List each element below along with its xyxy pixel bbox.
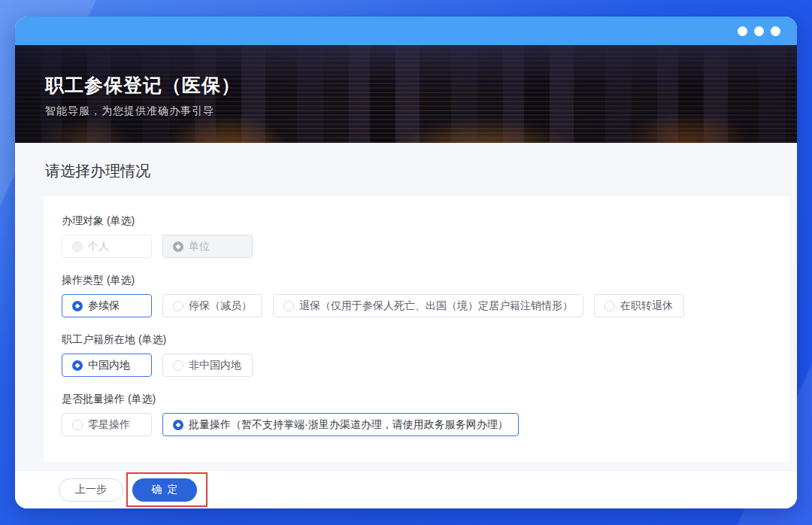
radio-option[interactable]: 参续保 [62,294,152,317]
radio-option-label: 参续保 [88,299,120,313]
radio-option-label: 个人 [88,240,109,253]
radio-option-label: 在职转退休 [620,299,673,313]
radio-icon [173,360,183,371]
group-label: 是否批量操作 (单选) [62,393,771,406]
radio-option-label: 零星操作 [88,418,130,432]
page-body: 请选择办理情况 办理对象 (单选)个人单位操作类型 (单选)参续保停保（减员）退… [15,143,797,470]
radio-option[interactable]: 非中国内地 [162,354,253,377]
header-banner: 职工参保登记（医保） 智能导服，为您提供准确办事引导 [15,45,797,143]
form-group: 办理对象 (单选)个人单位 [62,214,771,258]
confirm-button[interactable]: 确定 [132,478,197,502]
radio-icon [173,301,183,311]
form-group: 操作类型 (单选)参续保停保（减员）退保（仅用于参保人死亡、出国（境）定居户籍注… [62,274,771,317]
radio-option: 单位 [162,235,253,258]
radio-option-label: 非中国内地 [189,359,241,372]
confirm-button-wrap: 确定 [132,478,197,502]
form-card: 办理对象 (单选)个人单位操作类型 (单选)参续保停保（减员）退保（仅用于参保人… [44,196,789,462]
radio-option-label: 退保（仅用于参保人死亡、出国（境）定居户籍注销情形） [299,299,573,313]
footer-bar: 上一步 确定 [15,470,797,508]
radio-option[interactable]: 批量操作（暂不支持掌端·浙里办渠道办理，请使用政务服务网办理） [162,413,519,436]
option-row: 中国内地非中国内地 [62,354,771,377]
option-row: 零星操作批量操作（暂不支持掌端·浙里办渠道办理，请使用政务服务网办理） [62,413,771,436]
radio-icon [283,301,294,311]
group-label: 办理对象 (单选) [62,214,771,228]
radio-icon [173,420,183,430]
radio-icon [72,241,83,252]
radio-option-label: 单位 [189,240,210,253]
radio-option-label: 批量操作（暂不支持掌端·浙里办渠道办理，请使用政务服务网办理） [189,418,508,432]
window-control-dot [738,26,747,36]
radio-option[interactable]: 退保（仅用于参保人死亡、出国（境）定居户籍注销情形） [273,294,583,317]
window-titlebar [15,17,797,45]
form-group: 职工户籍所在地 (单选)中国内地非中国内地 [62,333,771,377]
radio-icon [604,301,615,311]
radio-option[interactable]: 停保（减员） [162,294,262,317]
window-control-dot [754,26,764,36]
section-title: 请选择办理情况 [45,161,789,181]
radio-option[interactable]: 中国内地 [62,354,152,377]
radio-icon [72,420,83,430]
radio-icon [173,241,183,252]
app-window: 职工参保登记（医保） 智能导服，为您提供准确办事引导 请选择办理情况 办理对象 … [15,17,797,508]
radio-icon [72,360,83,371]
window-controls[interactable] [738,26,780,36]
group-label: 操作类型 (单选) [62,274,771,287]
window-control-dot [771,26,780,36]
form-group: 是否批量操作 (单选)零星操作批量操作（暂不支持掌端·浙里办渠道办理，请使用政务… [62,393,771,436]
form-groups: 办理对象 (单选)个人单位操作类型 (单选)参续保停保（减员）退保（仅用于参保人… [62,214,771,436]
radio-option: 个人 [62,235,152,258]
page-subtitle: 智能导服，为您提供准确办事引导 [45,105,797,118]
option-row: 个人单位 [62,235,771,258]
option-row: 参续保停保（减员）退保（仅用于参保人死亡、出国（境）定居户籍注销情形）在职转退休 [62,294,771,317]
radio-option[interactable]: 零星操作 [62,413,152,436]
desktop-background: 职工参保登记（医保） 智能导服，为您提供准确办事引导 请选择办理情况 办理对象 … [0,0,812,525]
page-title: 职工参保登记（医保） [45,73,797,98]
radio-option-label: 停保（减员） [189,299,252,313]
radio-option-label: 中国内地 [88,359,130,372]
radio-icon [72,301,83,311]
back-button[interactable]: 上一步 [59,478,123,502]
radio-option[interactable]: 在职转退休 [594,294,684,317]
group-label: 职工户籍所在地 (单选) [62,333,771,347]
